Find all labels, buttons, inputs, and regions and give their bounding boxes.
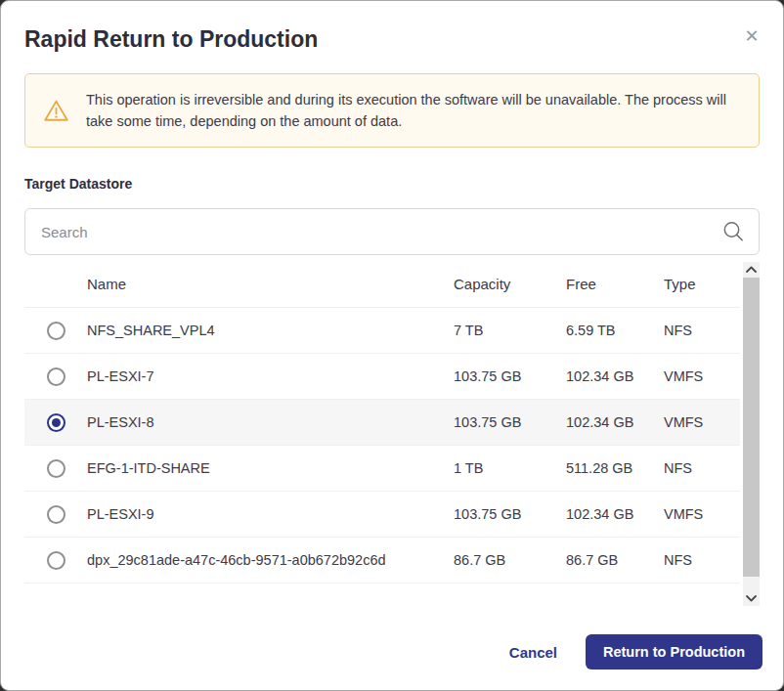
scrollbar[interactable] <box>743 262 760 606</box>
column-header-free: Free <box>566 276 664 292</box>
close-icon: ✕ <box>744 25 759 47</box>
row-radio-button[interactable] <box>47 413 65 432</box>
dialog-title: Rapid Return to Production <box>24 24 760 54</box>
row-capacity: 103.75 GB <box>454 368 566 384</box>
row-name: PL-ESXI-7 <box>87 368 454 384</box>
row-radio-button[interactable] <box>47 551 65 570</box>
scrollbar-thumb[interactable] <box>743 278 760 577</box>
row-capacity: 7 TB <box>454 323 566 338</box>
row-free: 6.59 TB <box>566 323 664 338</box>
row-type: VMFS <box>664 506 740 522</box>
row-capacity: 103.75 GB <box>454 506 566 522</box>
row-type: VMFS <box>664 414 740 430</box>
cancel-button[interactable]: Cancel <box>509 644 557 661</box>
row-free: 102.34 GB <box>566 506 664 522</box>
datastore-table: Name Capacity Free Type NFS_SHARE_VPL4 7… <box>24 261 760 607</box>
row-type: NFS <box>664 552 740 568</box>
table-row[interactable]: NFS_SHARE_VPL4 7 TB 6.59 TB NFS <box>24 308 740 354</box>
row-name: dpx_29c81ade-a47c-46cb-9571-a0b672b92c6d <box>87 552 454 568</box>
row-radio-button[interactable] <box>47 459 65 478</box>
return-to-production-button[interactable]: Return to Production <box>586 634 762 669</box>
column-header-name: Name <box>87 276 454 292</box>
row-capacity: 1 TB <box>454 460 566 476</box>
datastore-list: NFS_SHARE_VPL4 7 TB 6.59 TB NFS PL-ESXI-… <box>24 308 740 583</box>
table-header-row: Name Capacity Free Type <box>24 261 740 308</box>
column-header-type: Type <box>664 276 740 292</box>
column-header-capacity: Capacity <box>454 276 566 292</box>
table-row[interactable]: PL-ESXI-9 103.75 GB 102.34 GB VMFS <box>24 492 740 538</box>
search-bar <box>24 208 760 255</box>
row-radio-button[interactable] <box>47 367 65 386</box>
row-free: 86.7 GB <box>566 552 664 568</box>
row-radio-button[interactable] <box>47 322 65 340</box>
close-button[interactable]: ✕ <box>738 22 765 50</box>
search-input[interactable] <box>24 208 760 255</box>
row-name: PL-ESXI-8 <box>87 414 454 430</box>
table-row[interactable]: PL-ESXI-8 103.75 GB 102.34 GB VMFS <box>24 400 740 446</box>
row-name: NFS_SHARE_VPL4 <box>87 323 454 338</box>
row-capacity: 103.75 GB <box>454 414 566 430</box>
table-row[interactable]: dpx_29c81ade-a47c-46cb-9571-a0b672b92c6d… <box>24 538 740 583</box>
row-free: 511.28 GB <box>566 460 664 476</box>
warning-message: This operation is irreversible and durin… <box>86 89 741 132</box>
scroll-down-icon[interactable] <box>743 591 760 606</box>
rapid-return-dialog: Rapid Return to Production ✕ This operat… <box>0 0 784 691</box>
target-datastore-label: Target Datastore <box>24 176 760 192</box>
table-row[interactable]: EFG-1-ITD-SHARE 1 TB 511.28 GB NFS <box>24 446 740 492</box>
dialog-header: Rapid Return to Production ✕ <box>1 1 783 54</box>
row-free: 102.34 GB <box>566 368 664 384</box>
table-row[interactable]: PL-ESXI-7 103.75 GB 102.34 GB VMFS <box>24 354 740 400</box>
row-type: NFS <box>664 460 740 476</box>
row-capacity: 86.7 GB <box>454 552 566 568</box>
search-icon[interactable] <box>720 219 746 244</box>
row-name: PL-ESXI-9 <box>87 506 454 522</box>
warning-triangle-icon <box>43 98 69 124</box>
dialog-footer: Cancel Return to Production <box>1 634 783 690</box>
row-type: NFS <box>664 323 740 338</box>
row-radio-button[interactable] <box>47 505 65 524</box>
row-type: VMFS <box>664 368 740 384</box>
scroll-up-icon[interactable] <box>743 262 760 277</box>
row-name: EFG-1-ITD-SHARE <box>87 460 454 476</box>
warning-banner: This operation is irreversible and durin… <box>24 73 760 148</box>
row-free: 102.34 GB <box>566 414 664 430</box>
